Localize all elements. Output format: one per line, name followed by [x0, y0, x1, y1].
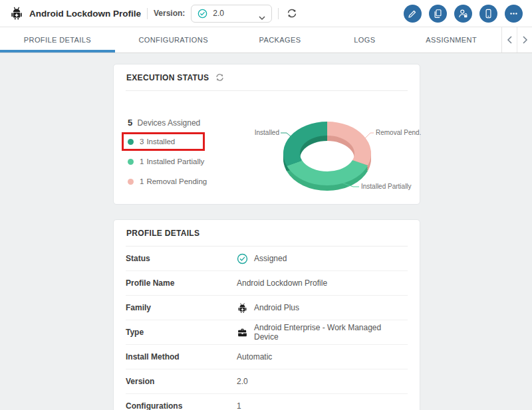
separator — [147, 8, 148, 19]
detail-value-text: Android Enterprise - Work Managed Device — [254, 323, 408, 342]
detail-row-version: Version 2.0 — [126, 369, 408, 394]
detail-value-text: 1 — [237, 401, 241, 410]
devices-assigned-summary: 5 Devices Assigned — [128, 118, 243, 128]
briefcase-icon — [237, 327, 248, 338]
copy-icon — [432, 8, 444, 19]
detail-row-configurations: Configurations 1 — [126, 394, 408, 410]
legend-count: 3 — [140, 138, 144, 146]
detail-value: 2.0 — [237, 377, 248, 386]
execution-status-donut-chart: Installed Removal Pend... Installed Part… — [247, 111, 421, 205]
legend-dot-removal-pending — [128, 179, 134, 185]
detail-value-text: Automatic — [237, 352, 272, 361]
device-button[interactable] — [479, 5, 497, 23]
tab-assignment[interactable]: ASSIGNMENT — [401, 27, 501, 52]
detail-label: Profile Name — [126, 278, 237, 288]
page-header: Android Lockdown Profile Version: 2.0 — [0, 0, 532, 27]
separator — [278, 8, 279, 19]
donut-label-installed: Installed — [255, 129, 279, 136]
legend-label: Installed — [146, 138, 175, 146]
detail-value: 1 — [237, 401, 241, 410]
edit-button[interactable] — [404, 5, 422, 23]
detail-label: Type — [126, 328, 237, 337]
detail-value-text: Android Lockdown Profile — [237, 278, 327, 288]
legend-count: 1 — [140, 177, 144, 185]
header-actions — [404, 5, 523, 23]
tab-bar: PROFILE DETAILS CONFIGURATIONS PACKAGES … — [0, 27, 532, 53]
tab-profile-details[interactable]: PROFILE DETAILS — [0, 27, 115, 52]
version-label: Version: — [154, 9, 185, 18]
tab-label: CONFIGURATIONS — [138, 36, 207, 44]
pencil-icon — [407, 8, 418, 19]
detail-label: Version — [126, 377, 237, 386]
profile-details-card: PROFILE DETAILS Status Assigned Profile … — [113, 219, 420, 410]
tab-label: LOGS — [354, 36, 375, 44]
detail-row-type: Type Android Enterprise - Work Managed D… — [126, 320, 408, 345]
detail-row-profile-name: Profile Name Android Lockdown Profile — [126, 271, 408, 296]
legend-dot-installed-partially — [128, 159, 134, 165]
active-tab-underline — [0, 50, 115, 52]
more-button[interactable] — [505, 5, 523, 23]
execution-status-card: EXECUTION STATUS 5 Devices Assigned 3 In… — [113, 64, 420, 205]
refresh-execution-status-button[interactable] — [215, 72, 225, 82]
execution-status-title: EXECUTION STATUS — [126, 73, 209, 82]
version-dropdown[interactable]: 2.0 — [191, 5, 272, 23]
tab-label: PROFILE DETAILS — [24, 36, 91, 44]
detail-row-family: Family Android Plus — [126, 296, 408, 320]
version-check-icon — [198, 9, 207, 19]
tab-label: ASSIGNMENT — [426, 36, 477, 44]
copy-button[interactable] — [429, 5, 447, 23]
tab-packages[interactable]: PACKAGES — [232, 27, 329, 52]
detail-value: Android Enterprise - Work Managed Device — [237, 323, 408, 342]
divider — [126, 90, 408, 91]
leader-line-installed — [281, 133, 291, 137]
detail-value-text: Android Plus — [254, 303, 299, 312]
smartphone-icon — [483, 8, 494, 19]
tab-configurations[interactable]: CONFIGURATIONS — [115, 27, 232, 52]
ellipsis-icon — [508, 8, 519, 19]
tab-label: PACKAGES — [259, 36, 301, 44]
profile-details-header: PROFILE DETAILS — [114, 220, 420, 246]
user-lock-icon — [458, 8, 469, 19]
execution-status-legend: 5 Devices Assigned 3 Installed 1 Install… — [126, 118, 243, 194]
devices-assigned-count: 5 — [128, 118, 132, 128]
detail-value-text: Assigned — [254, 254, 287, 263]
refresh-profile-button[interactable] — [286, 7, 298, 19]
detail-value: Assigned — [237, 253, 287, 264]
header-left: Android Lockdown Profile Version: 2.0 — [9, 5, 404, 23]
detail-value: Android Lockdown Profile — [237, 278, 327, 288]
android-icon — [237, 302, 248, 314]
assign-user-button[interactable] — [454, 5, 472, 23]
detail-label: Family — [126, 303, 237, 312]
chevron-down-icon — [259, 11, 265, 16]
legend-item-installed[interactable]: 3 Installed — [126, 134, 243, 149]
detail-label: Status — [126, 254, 237, 263]
tab-scroll-controls — [501, 27, 532, 52]
legend-label: Installed Partially — [146, 157, 204, 165]
execution-status-header: EXECUTION STATUS — [114, 64, 420, 90]
detail-value: Automatic — [237, 352, 272, 361]
detail-label: Install Method — [126, 352, 237, 361]
devices-assigned-label: Devices Assigned — [138, 118, 201, 128]
profile-details-title: PROFILE DETAILS — [126, 229, 200, 238]
detail-row-install-method: Install Method Automatic — [126, 345, 408, 369]
legend-count: 1 — [140, 157, 144, 165]
version-selected-value: 2.0 — [213, 9, 259, 18]
detail-label: Configurations — [126, 401, 237, 410]
check-circle-icon — [237, 253, 248, 264]
leader-line-removal-pending — [365, 133, 374, 138]
tab-logs[interactable]: LOGS — [328, 27, 401, 52]
detail-row-status: Status Assigned — [126, 247, 408, 271]
page-title: Android Lockdown Profile — [29, 9, 141, 19]
legend-item-installed-partially[interactable]: 1 Installed Partially — [126, 154, 243, 169]
detail-value: Android Plus — [237, 302, 299, 314]
donut-label-installed-partially: Installed Partially — [361, 183, 412, 190]
android-plus-icon — [9, 6, 24, 21]
tabs-scroll-left-button[interactable] — [502, 27, 517, 52]
legend-dot-installed — [128, 139, 134, 145]
donut-label-removal-pending: Removal Pend... — [376, 129, 421, 136]
tabs-scroll-right-button[interactable] — [517, 27, 532, 52]
legend-item-removal-pending[interactable]: 1 Removal Pending — [126, 174, 243, 189]
detail-value-text: 2.0 — [237, 377, 248, 386]
legend-label: Removal Pending — [146, 177, 207, 185]
